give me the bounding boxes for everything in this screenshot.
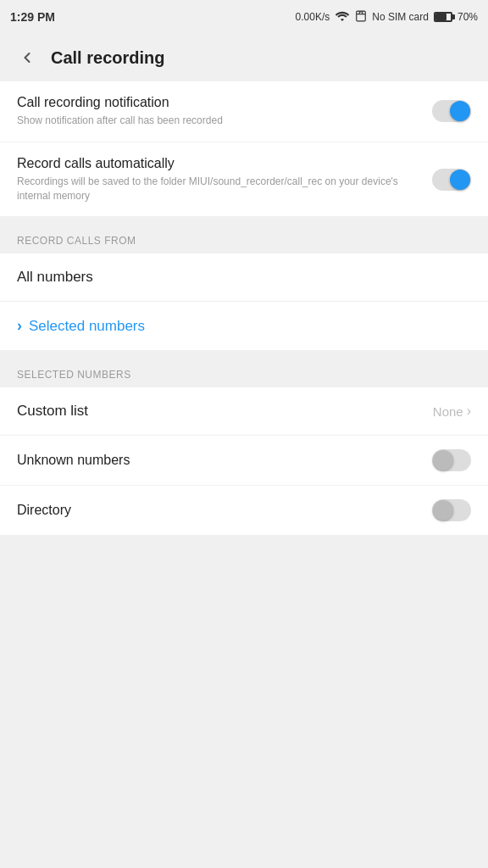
auto-record-setting-row: Record calls automatically Recordings wi… — [0, 142, 488, 217]
main-content: Call recording notification Show notific… — [0, 81, 488, 535]
custom-list-label: Custom list — [17, 403, 88, 420]
unknown-numbers-toggle[interactable] — [432, 449, 471, 471]
notification-desc: Show notification after call has been re… — [17, 114, 419, 128]
svg-rect-0 — [357, 11, 366, 21]
back-button[interactable] — [14, 44, 41, 71]
notification-label: Call recording notification — [17, 95, 419, 110]
selected-numbers-option[interactable]: › Selected numbers — [0, 302, 488, 350]
directory-row: Directory — [0, 486, 488, 535]
selected-numbers-header: SELECTED NUMBERS — [0, 357, 488, 387]
auto-record-toggle[interactable] — [432, 169, 471, 191]
status-time: 1:29 PM — [10, 10, 55, 24]
all-numbers-label: All numbers — [17, 269, 93, 286]
status-right: 0.00K/s No SIM card 70% — [296, 10, 478, 25]
directory-label: Directory — [17, 503, 71, 518]
unknown-numbers-label: Unknown numbers — [17, 453, 130, 468]
selected-numbers-label: Selected numbers — [29, 318, 145, 335]
page-header: Call recording — [0, 34, 488, 81]
page-title: Call recording — [51, 48, 164, 68]
notification-setting-row: Call recording notification Show notific… — [0, 81, 488, 142]
unknown-numbers-row: Unknown numbers — [0, 436, 488, 486]
custom-list-value: None — [433, 404, 463, 419]
custom-list-row[interactable]: Custom list None › — [0, 387, 488, 436]
sim-icon — [355, 10, 367, 25]
auto-record-label: Record calls automatically — [17, 156, 419, 171]
no-sim-label: No SIM card — [372, 11, 429, 23]
selected-numbers-chevron: › — [17, 317, 22, 335]
record-calls-from-header: RECORD CALLS FROM — [0, 223, 488, 253]
network-speed: 0.00K/s — [296, 11, 330, 23]
notification-toggle[interactable] — [432, 100, 471, 122]
auto-record-desc: Recordings will be saved to the folder M… — [17, 175, 419, 203]
wifi-icon — [335, 10, 350, 25]
custom-list-chevron: › — [467, 403, 471, 419]
status-bar: 1:29 PM 0.00K/s No SIM card 70% — [0, 0, 488, 34]
all-numbers-option[interactable]: All numbers — [0, 253, 488, 302]
recording-settings-card: Call recording notification Show notific… — [0, 81, 488, 216]
battery-icon — [434, 12, 452, 22]
battery-level: 70% — [458, 11, 478, 23]
directory-toggle[interactable] — [432, 499, 471, 521]
record-calls-from-card: All numbers › Selected numbers — [0, 253, 488, 350]
selected-numbers-card: Custom list None › Unknown numbers Direc… — [0, 387, 488, 535]
